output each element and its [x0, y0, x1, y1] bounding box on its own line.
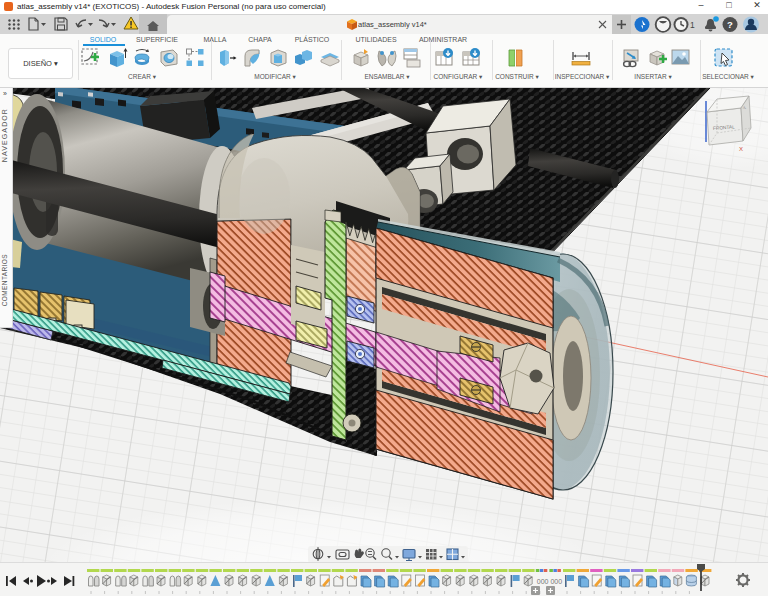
- svg-text:?: ?: [727, 19, 733, 30]
- svg-text:1: 1: [690, 20, 695, 30]
- svg-text:X: X: [739, 146, 743, 152]
